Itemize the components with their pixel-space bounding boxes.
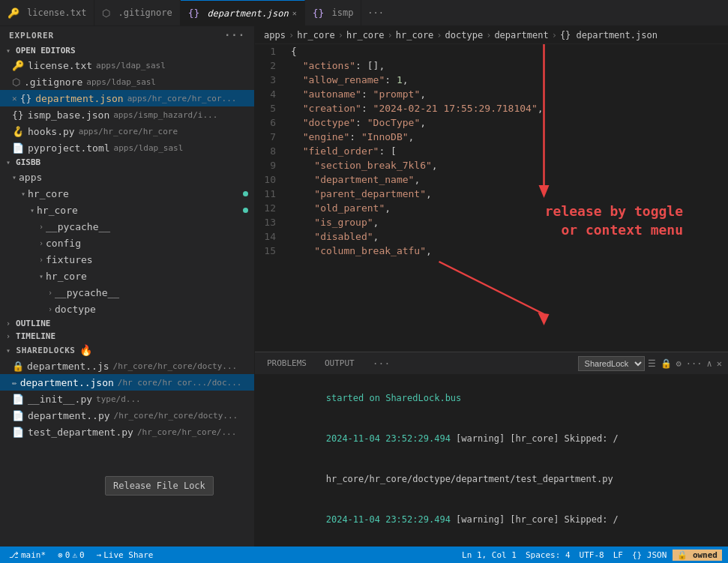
open-editors-chevron: ▾ (6, 46, 10, 55)
encoding-status[interactable]: UTF-8 (577, 550, 607, 560)
tab-ismp[interactable]: {} ismp (305, 0, 362, 26)
open-file-license[interactable]: 🔑 license.txt apps/ldap_sasl (0, 57, 254, 73)
eol-status[interactable]: LF (610, 550, 626, 560)
outline-chevron: › (6, 319, 10, 328)
code-line-15: "column_break_atfu", (291, 244, 722, 258)
status-right: Ln 1, Col 1 Spaces: 4 UTF-8 LF {} JSON 🔒… (459, 550, 722, 561)
tree-pycache-2[interactable]: › __pycache__ (0, 284, 254, 301)
branch-status[interactable]: ⎇ main* (6, 550, 49, 560)
code-line-13: "is_group", (291, 215, 722, 229)
tree-hr-core-2[interactable]: ▾ hr_core (0, 268, 254, 284)
code-line-4: "autoname": "prompt", (291, 87, 722, 101)
tab-problems[interactable]: PROBLEMS (261, 355, 313, 372)
sharedlock-test-dept[interactable]: 📄 test_department.py /hr_core/hr_core/..… (0, 424, 254, 440)
code-editor[interactable]: 12345 678910 1112131415 { "actions": [],… (255, 44, 728, 352)
language-status[interactable]: {} JSON (629, 550, 670, 560)
panel-close-icon[interactable]: ✕ (717, 358, 722, 369)
flame-icon: 🔥 (79, 344, 93, 356)
sharedlock-dept-json[interactable]: ✏️ department..json /hr core/hr cor.../d… (0, 374, 254, 391)
panel-channel-select[interactable]: SharedLock (578, 356, 645, 371)
hr-core-inner-badge (243, 208, 248, 213)
panel-icons: ☰ 🔒 ⚙ ··· ∧ ✕ (648, 358, 722, 369)
code-line-14: "disabled", (291, 229, 722, 244)
tab-more-button[interactable]: ··· (361, 7, 390, 18)
dept-json-icon: {} (20, 93, 32, 104)
spaces-status[interactable]: Spaces: 4 (523, 550, 574, 560)
pyproject-icon: 📄 (12, 142, 24, 154)
fixtures-chevron: › (39, 256, 43, 264)
tab-department-json[interactable]: {} department.json ✕ (181, 0, 305, 26)
panel-content[interactable]: started on SharedLock.bus 2024-11-04 23:… (255, 375, 728, 547)
hr-core-outer-label: hr_core (28, 188, 69, 199)
code-line-5: "creation": "2024-02-21 17:55:29.718104"… (291, 101, 722, 115)
tree-apps[interactable]: ▾ apps (0, 169, 254, 185)
tree-hr-core-inner[interactable]: ▾ hr_core (0, 202, 254, 218)
tab-license[interactable]: 🔑 license.txt (0, 0, 94, 26)
license-icon: 🔑 (12, 60, 24, 71)
panel-dots-icon[interactable]: ··· (686, 358, 703, 369)
warning-icon: ⚠ (72, 550, 77, 560)
sharedlock-init[interactable]: 📄 __init__.py type/d... (0, 391, 254, 407)
config-chevron: › (39, 239, 43, 247)
code-line-1: { (291, 44, 722, 58)
line-numbers: 12345 678910 1112131415 (255, 44, 285, 352)
hr-core-inner-chevron: ▾ (30, 206, 34, 214)
panel-area: PROBLEMS OUTPUT ··· SharedLock ☰ 🔒 ⚙ (255, 352, 728, 547)
code-line-7: "engine": "InnoDB", (291, 130, 722, 144)
doctype-chevron: › (48, 305, 52, 313)
sharedlocks-section[interactable]: ▾ SHAREDLOCKS 🔥 (0, 343, 254, 358)
outline-section[interactable]: › OUTLINE (0, 317, 254, 330)
code-line-9: "section_break_7kl6", (291, 158, 722, 172)
hr-core2-label: hr_core (46, 271, 87, 282)
lock-owned-icon: 🔒 (677, 550, 688, 560)
apps-label: apps (19, 172, 42, 183)
open-file-hooks[interactable]: 🪝 hooks.py apps/hr_core/hr_core (0, 123, 254, 139)
panel-settings-icon[interactable]: ⚙ (676, 358, 682, 369)
open-file-ismp[interactable]: {} ismp_base.json apps/ismp_hazard/i... (0, 106, 254, 123)
open-file-department-json[interactable]: ✕ {} department.json apps/hr_core/hr_cor… (0, 90, 254, 106)
live-share-status[interactable]: → Live Share (94, 550, 157, 560)
hooks-icon: 🪝 (12, 126, 24, 137)
main-area: EXPLORER ··· ▾ OPEN EDITORS 🔑 license.tx… (0, 26, 728, 547)
ln-col-status[interactable]: Ln 1, Col 1 (459, 550, 520, 560)
tree-config[interactable]: › config (0, 235, 254, 251)
gisbb-section[interactable]: ▾ GISBB (0, 156, 254, 169)
open-editors-section[interactable]: ▾ OPEN EDITORS (0, 44, 254, 57)
open-file-gitignore[interactable]: ⬡ .gitignore apps/ldap_sasl (0, 73, 254, 90)
lock-icon-1: 🔒 (12, 361, 24, 372)
code-line-8: "field_order": [ (291, 144, 722, 158)
liveshare-icon: → (97, 550, 102, 560)
tab-more[interactable]: ··· (367, 355, 396, 373)
tree-hr-core-outer[interactable]: ▾ hr_core (0, 185, 254, 202)
status-bar: ⎇ main* ⊗ 0 ⚠ 0 → Live Share Ln 1, Col 1… (0, 547, 728, 563)
code-line-3: "allow_rename": 1, (291, 73, 722, 87)
open-file-pyproject[interactable]: 📄 pyproject.toml apps/ldap_sasl (0, 139, 254, 156)
close-tab-icon[interactable]: ✕ (292, 9, 297, 17)
log-line-2b: hr_core/hr_core/doctype/department/depar… (261, 540, 722, 547)
errors-status[interactable]: ⊗ 0 ⚠ 0 (55, 550, 88, 560)
explorer-more-icon[interactable]: ··· (224, 29, 245, 41)
context-popup-release-lock[interactable]: Release File Lock (105, 476, 214, 496)
error-icon: ⊗ (58, 550, 63, 560)
tab-gitignore[interactable]: ⬡ .gitignore (94, 0, 180, 26)
pycache2-label: __pycache__ (55, 287, 119, 298)
panel-chevron-up-icon[interactable]: ∧ (707, 358, 712, 369)
code-line-11: "parent_department", (291, 187, 722, 201)
sharedlock-dept-py[interactable]: 📄 department..py /hr_core/hr_core/docty.… (0, 407, 254, 424)
test-dept-icon: 📄 (12, 427, 24, 438)
explorer-header[interactable]: EXPLORER ··· (0, 26, 254, 44)
tree-fixtures[interactable]: › fixtures (0, 251, 254, 268)
timeline-section[interactable]: › TIMELINE (0, 330, 254, 343)
ismp-json-icon: {} (313, 7, 325, 19)
sharedlock-dept-js[interactable]: 🔒 department..js /hr_core/hr_core/docty.… (0, 358, 254, 374)
close-file-icon[interactable]: ✕ (12, 94, 17, 103)
doctype-label: doctype (55, 304, 96, 315)
panel-list-icon[interactable]: ☰ (648, 358, 656, 369)
branch-icon: ⎇ (9, 550, 19, 560)
tree-doctype[interactable]: › doctype (0, 301, 254, 317)
code-content[interactable]: { "actions": [], "allow_rename": 1, "aut… (285, 44, 728, 352)
log-line-started: started on SharedLock.bus (261, 378, 722, 418)
tree-pycache-1[interactable]: › __pycache__ (0, 218, 254, 235)
tab-output[interactable]: OUTPUT (319, 355, 361, 372)
panel-lock-icon[interactable]: 🔒 (661, 358, 672, 369)
